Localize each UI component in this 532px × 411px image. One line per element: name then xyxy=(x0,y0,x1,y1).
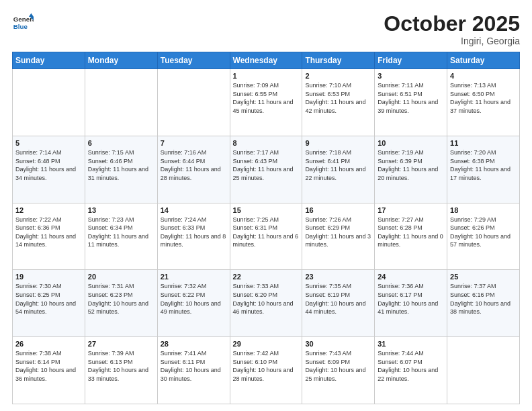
table-row: 6 Sunrise: 7:15 AMSunset: 6:46 PMDayligh… xyxy=(85,136,157,203)
day-info: Sunrise: 7:30 AMSunset: 6:25 PMDaylight:… xyxy=(15,282,82,316)
table-row xyxy=(13,69,85,136)
day-number: 1 xyxy=(233,72,300,80)
day-number: 9 xyxy=(305,139,371,147)
calendar-week-row: 26 Sunrise: 7:38 AMSunset: 6:14 PMDaylig… xyxy=(13,337,520,404)
day-number: 6 xyxy=(88,139,154,147)
day-info: Sunrise: 7:29 AMSunset: 6:26 PMDaylight:… xyxy=(450,216,517,249)
day-number: 4 xyxy=(450,72,517,80)
page: General Blue October 2025 Ingiri, Georgi… xyxy=(0,0,532,411)
table-row: 14 Sunrise: 7:24 AMSunset: 6:33 PMDaylig… xyxy=(157,203,230,270)
table-row: 28 Sunrise: 7:41 AMSunset: 6:11 PMDaylig… xyxy=(157,337,230,404)
day-number: 14 xyxy=(161,206,227,214)
table-row: 19 Sunrise: 7:30 AMSunset: 6:25 PMDaylig… xyxy=(13,270,85,337)
day-info: Sunrise: 7:36 AMSunset: 6:17 PMDaylight:… xyxy=(378,282,444,316)
header: General Blue October 2025 Ingiri, Georgi… xyxy=(12,12,520,46)
day-number: 3 xyxy=(378,72,444,80)
calendar-week-row: 19 Sunrise: 7:30 AMSunset: 6:25 PMDaylig… xyxy=(13,270,520,337)
table-row: 24 Sunrise: 7:36 AMSunset: 6:17 PMDaylig… xyxy=(375,270,447,337)
day-number: 30 xyxy=(305,340,371,348)
day-number: 17 xyxy=(378,206,444,214)
table-row: 11 Sunrise: 7:20 AMSunset: 6:38 PMDaylig… xyxy=(447,136,520,203)
col-sunday: Sunday xyxy=(13,52,85,69)
day-info: Sunrise: 7:11 AMSunset: 6:51 PMDaylight:… xyxy=(378,81,444,115)
table-row: 16 Sunrise: 7:26 AMSunset: 6:29 PMDaylig… xyxy=(302,203,375,270)
title-block: October 2025 Ingiri, Georgia xyxy=(384,12,520,46)
day-info: Sunrise: 7:16 AMSunset: 6:44 PMDaylight:… xyxy=(161,148,227,182)
day-info: Sunrise: 7:17 AMSunset: 6:43 PMDaylight:… xyxy=(233,148,300,182)
day-info: Sunrise: 7:42 AMSunset: 6:10 PMDaylight:… xyxy=(233,349,300,383)
table-row: 30 Sunrise: 7:43 AMSunset: 6:09 PMDaylig… xyxy=(302,337,375,404)
day-number: 15 xyxy=(233,206,300,214)
day-number: 21 xyxy=(161,273,227,281)
table-row: 9 Sunrise: 7:18 AMSunset: 6:41 PMDayligh… xyxy=(302,136,375,203)
day-info: Sunrise: 7:44 AMSunset: 6:07 PMDaylight:… xyxy=(378,349,444,383)
table-row: 27 Sunrise: 7:39 AMSunset: 6:13 PMDaylig… xyxy=(85,337,157,404)
table-row: 12 Sunrise: 7:22 AMSunset: 6:36 PMDaylig… xyxy=(13,203,85,270)
day-info: Sunrise: 7:20 AMSunset: 6:38 PMDaylight:… xyxy=(450,148,517,182)
calendar-week-row: 12 Sunrise: 7:22 AMSunset: 6:36 PMDaylig… xyxy=(13,203,520,270)
day-number: 2 xyxy=(305,72,371,80)
day-info: Sunrise: 7:32 AMSunset: 6:22 PMDaylight:… xyxy=(161,282,227,316)
day-number: 16 xyxy=(305,206,371,214)
day-info: Sunrise: 7:15 AMSunset: 6:46 PMDaylight:… xyxy=(88,148,154,182)
calendar-table: Sunday Monday Tuesday Wednesday Thursday… xyxy=(12,52,520,404)
day-number: 28 xyxy=(161,340,227,348)
table-row: 4 Sunrise: 7:13 AMSunset: 6:50 PMDayligh… xyxy=(447,69,520,136)
day-number: 8 xyxy=(233,139,300,147)
day-info: Sunrise: 7:27 AMSunset: 6:28 PMDaylight:… xyxy=(378,216,444,249)
day-info: Sunrise: 7:13 AMSunset: 6:50 PMDaylight:… xyxy=(450,81,517,115)
table-row: 15 Sunrise: 7:25 AMSunset: 6:31 PMDaylig… xyxy=(230,203,302,270)
day-info: Sunrise: 7:26 AMSunset: 6:29 PMDaylight:… xyxy=(305,216,371,249)
table-row: 26 Sunrise: 7:38 AMSunset: 6:14 PMDaylig… xyxy=(13,337,85,404)
calendar-header-row: Sunday Monday Tuesday Wednesday Thursday… xyxy=(13,52,520,69)
col-friday: Friday xyxy=(375,52,447,69)
day-number: 24 xyxy=(378,273,444,281)
table-row xyxy=(157,69,230,136)
day-info: Sunrise: 7:31 AMSunset: 6:23 PMDaylight:… xyxy=(88,282,154,316)
day-number: 5 xyxy=(15,139,82,147)
day-info: Sunrise: 7:38 AMSunset: 6:14 PMDaylight:… xyxy=(15,349,82,383)
table-row: 1 Sunrise: 7:09 AMSunset: 6:55 PMDayligh… xyxy=(230,69,302,136)
day-number: 25 xyxy=(450,273,517,281)
table-row: 5 Sunrise: 7:14 AMSunset: 6:48 PMDayligh… xyxy=(13,136,85,203)
location-subtitle: Ingiri, Georgia xyxy=(384,36,520,46)
day-info: Sunrise: 7:18 AMSunset: 6:41 PMDaylight:… xyxy=(305,148,371,182)
col-saturday: Saturday xyxy=(447,52,520,69)
table-row: 7 Sunrise: 7:16 AMSunset: 6:44 PMDayligh… xyxy=(157,136,230,203)
table-row: 23 Sunrise: 7:35 AMSunset: 6:19 PMDaylig… xyxy=(302,270,375,337)
table-row: 10 Sunrise: 7:19 AMSunset: 6:39 PMDaylig… xyxy=(375,136,447,203)
day-info: Sunrise: 7:14 AMSunset: 6:48 PMDaylight:… xyxy=(15,148,82,182)
logo-icon: General Blue xyxy=(12,12,34,34)
table-row: 13 Sunrise: 7:23 AMSunset: 6:34 PMDaylig… xyxy=(85,203,157,270)
day-number: 13 xyxy=(88,206,154,214)
day-info: Sunrise: 7:41 AMSunset: 6:11 PMDaylight:… xyxy=(161,349,227,383)
day-info: Sunrise: 7:24 AMSunset: 6:33 PMDaylight:… xyxy=(161,216,227,249)
table-row: 31 Sunrise: 7:44 AMSunset: 6:07 PMDaylig… xyxy=(375,337,447,404)
calendar-week-row: 1 Sunrise: 7:09 AMSunset: 6:55 PMDayligh… xyxy=(13,69,520,136)
table-row: 8 Sunrise: 7:17 AMSunset: 6:43 PMDayligh… xyxy=(230,136,302,203)
table-row: 25 Sunrise: 7:37 AMSunset: 6:16 PMDaylig… xyxy=(447,270,520,337)
day-info: Sunrise: 7:23 AMSunset: 6:34 PMDaylight:… xyxy=(88,216,154,249)
table-row: 20 Sunrise: 7:31 AMSunset: 6:23 PMDaylig… xyxy=(85,270,157,337)
day-info: Sunrise: 7:39 AMSunset: 6:13 PMDaylight:… xyxy=(88,349,154,383)
day-number: 31 xyxy=(378,340,444,348)
day-number: 22 xyxy=(233,273,300,281)
table-row: 18 Sunrise: 7:29 AMSunset: 6:26 PMDaylig… xyxy=(447,203,520,270)
day-number: 29 xyxy=(233,340,300,348)
table-row: 2 Sunrise: 7:10 AMSunset: 6:53 PMDayligh… xyxy=(302,69,375,136)
table-row xyxy=(85,69,157,136)
day-info: Sunrise: 7:43 AMSunset: 6:09 PMDaylight:… xyxy=(305,349,371,383)
calendar-week-row: 5 Sunrise: 7:14 AMSunset: 6:48 PMDayligh… xyxy=(13,136,520,203)
month-title: October 2025 xyxy=(384,12,520,36)
table-row: 29 Sunrise: 7:42 AMSunset: 6:10 PMDaylig… xyxy=(230,337,302,404)
table-row: 17 Sunrise: 7:27 AMSunset: 6:28 PMDaylig… xyxy=(375,203,447,270)
day-number: 23 xyxy=(305,273,371,281)
table-row: 21 Sunrise: 7:32 AMSunset: 6:22 PMDaylig… xyxy=(157,270,230,337)
day-info: Sunrise: 7:22 AMSunset: 6:36 PMDaylight:… xyxy=(15,216,82,249)
day-number: 7 xyxy=(161,139,227,147)
day-info: Sunrise: 7:10 AMSunset: 6:53 PMDaylight:… xyxy=(305,81,371,115)
day-number: 10 xyxy=(378,139,444,147)
day-number: 12 xyxy=(15,206,82,214)
logo: General Blue xyxy=(12,12,34,34)
table-row: 3 Sunrise: 7:11 AMSunset: 6:51 PMDayligh… xyxy=(375,69,447,136)
